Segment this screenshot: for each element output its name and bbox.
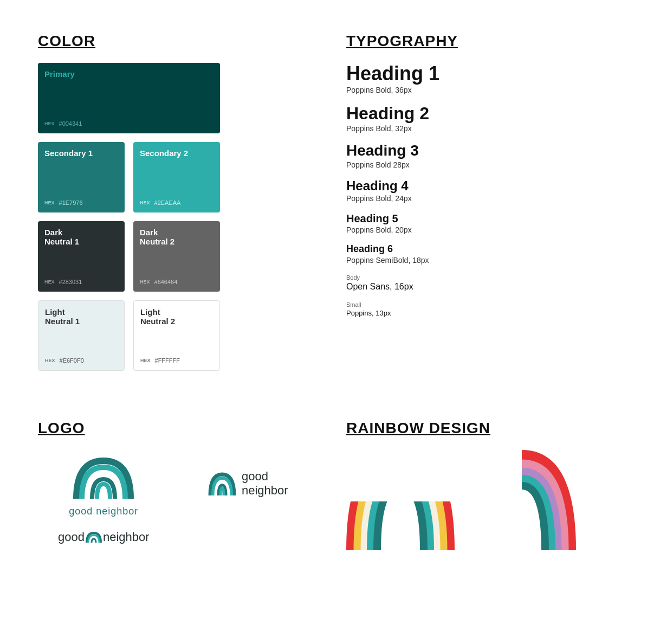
swatch-dark2-hex: HEX #646464	[140, 279, 213, 285]
hex-tag: HEX	[140, 200, 150, 205]
logo-inline-row: good neighbor	[208, 469, 288, 498]
hex-value: #646464	[154, 279, 178, 285]
swatch-light1-hex: HEX #E6F0F0	[45, 357, 118, 364]
swatch-light2: LightNeutral 2 HEX #FFFFFF	[133, 300, 220, 371]
swatch-secondary2: Secondary 2 HEX #2EAEAA	[133, 142, 220, 212]
heading-6-sample: Heading 6	[346, 244, 622, 255]
type-item-body: Body Open Sans, 16px	[346, 274, 622, 292]
heading-1-sample: Heading 1	[346, 63, 622, 85]
color-section-title: COLOR	[38, 33, 314, 50]
swatch-dark2: DarkNeutral 2 HEX #646464	[133, 221, 220, 292]
small-sample: Poppins, 13px	[346, 309, 622, 317]
logo-text-stacked: good neighbor	[69, 506, 138, 517]
type-item-h5: Heading 5 Poppins Bold, 20px	[346, 212, 622, 234]
logo-text-only: good neighbor	[38, 530, 170, 544]
logo-neighbor-text: neighbor	[103, 530, 150, 544]
swatch-dark2-label: DarkNeutral 2	[140, 228, 213, 246]
heading-4-sub: Poppins Bold, 24px	[346, 194, 622, 203]
heading-2-sub: Poppins Bold, 32px	[346, 124, 622, 133]
heading-1-sub: Poppins Bold, 36px	[346, 86, 622, 94]
heading-2-sample: Heading 2	[346, 104, 622, 123]
logo-good-text: good	[58, 530, 85, 544]
hex-value: #1E7976	[59, 199, 83, 206]
swatch-secondary1-hex: HEX #1E7976	[44, 199, 118, 206]
hex-tag: HEX	[44, 200, 55, 205]
color-row-primary: Primary HEX #004341	[38, 63, 314, 133]
logo-stacked: good neighbor	[38, 450, 170, 517]
swatch-primary: Primary HEX #004341	[38, 63, 220, 133]
hex-value: #FFFFFF	[155, 357, 180, 364]
color-row-dark: DarkNeutral 1 HEX #283031 DarkNeutral 2 …	[38, 221, 314, 292]
color-row-light: LightNeutral 1 HEX #E6F0F0 LightNeutral …	[38, 300, 314, 371]
logo-text-arch-inline: good neighbor	[58, 530, 150, 544]
swatch-secondary2-hex: HEX #2EAEAA	[140, 199, 213, 206]
swatch-light1: LightNeutral 1 HEX #E6F0F0	[38, 300, 125, 371]
hex-value: #E6F0F0	[60, 357, 84, 364]
swatch-light1-label: LightNeutral 1	[45, 307, 118, 326]
small-label: Small	[346, 301, 622, 308]
hex-tag: HEX	[44, 121, 55, 126]
hex-value: #283031	[59, 279, 82, 285]
swatch-secondary1: Secondary 1 HEX #1E7976	[38, 142, 125, 212]
heading-4-sample: Heading 4	[346, 179, 622, 193]
type-item-small: Small Poppins, 13px	[346, 301, 622, 317]
logo-arch-small	[208, 472, 236, 496]
swatch-light2-label: LightNeutral 2	[140, 307, 213, 326]
swatch-light2-hex: HEX #FFFFFF	[140, 357, 213, 364]
type-item-h3: Heading 3 Poppins Bold 28px	[346, 143, 622, 169]
hex-tag: HEX	[140, 358, 151, 363]
swatch-dark1-label: DarkNeutral 1	[44, 228, 118, 246]
swatch-dark1: DarkNeutral 1 HEX #283031	[38, 221, 125, 292]
typography-section: TYPOGRAPHY Heading 1 Poppins Bold, 36px …	[330, 22, 638, 392]
logo-grid: good neighbor good neighbor	[38, 450, 314, 544]
hex-value: #004341	[59, 120, 82, 127]
swatch-dark1-hex: HEX #283031	[44, 279, 118, 285]
rainbow-design-1	[346, 450, 455, 553]
logo-section-title: LOGO	[38, 420, 314, 437]
hex-tag: HEX	[140, 279, 150, 285]
rainbow-display	[346, 450, 622, 553]
logo-horizontal: good neighbor	[183, 450, 314, 517]
hex-tag: HEX	[44, 279, 55, 285]
logo-word-neighbor: neighbor	[242, 484, 288, 498]
type-item-h6: Heading 6 Poppins SemiBold, 18px	[346, 244, 622, 265]
logo-text-horizontal: good neighbor	[242, 469, 288, 498]
hex-tag: HEX	[45, 358, 55, 363]
swatch-secondary1-label: Secondary 1	[44, 149, 118, 158]
heading-5-sub: Poppins Bold, 20px	[346, 226, 622, 234]
heading-6-sub: Poppins SemiBold, 18px	[346, 256, 622, 265]
color-section: COLOR Primary HEX #004341 Secondary 1 HE…	[22, 22, 330, 392]
color-row-secondary: Secondary 1 HEX #1E7976 Secondary 2 HEX …	[38, 142, 314, 212]
body-label: Body	[346, 274, 622, 281]
swatch-primary-label: Primary	[44, 69, 213, 79]
type-item-h1: Heading 1 Poppins Bold, 36px	[346, 63, 622, 94]
logo-section: LOGO good neighbor	[22, 409, 330, 575]
typography-section-title: TYPOGRAPHY	[346, 33, 622, 50]
hex-value: #2EAEAA	[154, 199, 181, 206]
heading-3-sub: Poppins Bold 28px	[346, 160, 622, 169]
heading-3-sample: Heading 3	[346, 143, 622, 159]
type-item-h2: Heading 2 Poppins Bold, 32px	[346, 104, 622, 133]
type-item-h4: Heading 4 Poppins Bold, 24px	[346, 179, 622, 203]
rainbow-section: RAINBOW DESIGN	[330, 409, 638, 575]
swatch-secondary2-label: Secondary 2	[140, 149, 213, 158]
logo-arch-tiny	[86, 531, 102, 543]
logo-word-good: good	[242, 469, 288, 484]
heading-5-sample: Heading 5	[346, 212, 622, 224]
logo-arch-large	[68, 450, 139, 501]
color-grid: Primary HEX #004341 Secondary 1 HEX #1E7…	[38, 63, 314, 371]
swatch-primary-hex: HEX #004341	[44, 120, 213, 127]
rainbow-section-title: RAINBOW DESIGN	[346, 420, 622, 437]
body-sample: Open Sans, 16px	[346, 282, 622, 292]
rainbow-design-2	[468, 450, 576, 553]
